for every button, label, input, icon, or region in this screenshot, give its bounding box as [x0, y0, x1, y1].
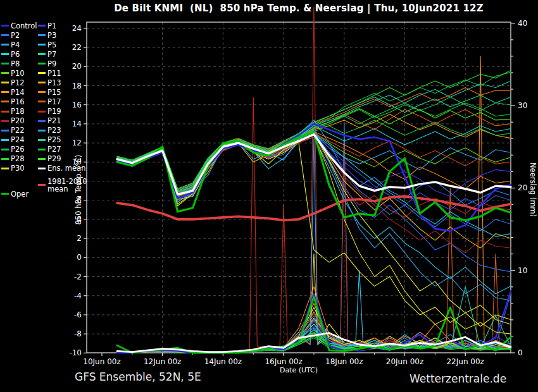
legend-item-p22: P22: [1, 126, 25, 135]
legend-label-climate: 1981-2010 mean: [47, 178, 87, 193]
legend-label-p8: P8: [11, 60, 20, 68]
legend-label-p26: P26: [11, 145, 25, 153]
temp-series-p19: [117, 137, 511, 217]
temp-series-p5: [117, 137, 511, 294]
legend-label-p4: P4: [11, 41, 20, 49]
legend-swatch-p14: [1, 91, 9, 93]
legend-swatch-p18: [1, 111, 9, 113]
precip-series-p9: [117, 336, 511, 353]
legend-swatch-ensmean: [38, 168, 46, 169]
precip-series-p13: [117, 324, 511, 353]
legend-swatch-p7: [38, 53, 46, 55]
temp-series-p14: [117, 114, 511, 193]
legend-swatch-p23: [38, 130, 46, 132]
legend-swatch-p6: [1, 53, 9, 55]
legend-swatch-climate: [38, 184, 46, 186]
precip-series-p6: [117, 330, 511, 353]
precip-series-p26: [117, 334, 511, 353]
plot-frame: [87, 22, 511, 353]
legend-swatch-p20: [1, 120, 9, 122]
temp-tick-label: 0: [77, 253, 82, 262]
temp-series-p30: [117, 135, 511, 325]
legend-item-p2: P2: [1, 30, 20, 40]
precip-series-p28: [117, 336, 511, 353]
legend-label-p5: P5: [47, 41, 56, 49]
precip-series-ensmean: [117, 333, 511, 352]
legend-item-control: Control: [1, 21, 37, 30]
date-tick-label: 10Jun 00z: [83, 357, 120, 366]
temp-series-p7: [117, 95, 511, 189]
legend-swatch-p27: [38, 149, 46, 150]
precip-series-control: [117, 291, 511, 353]
temp-series-p12: [117, 135, 511, 334]
temp-series-p22: [117, 135, 511, 231]
legend-label-p30: P30: [11, 164, 25, 172]
date-tick-label: 20Jun 00z: [386, 357, 423, 366]
legend-label-p11: P11: [47, 70, 61, 77]
precip-series-p16: [117, 312, 511, 353]
legend-swatch-p4: [1, 44, 9, 46]
legend-item-p5: P5: [38, 40, 56, 49]
precip-tick-label: 40: [518, 19, 527, 28]
temp-series-p28: [117, 70, 511, 188]
legend-item-oper: Oper: [1, 189, 28, 199]
precip-series-p17: [117, 188, 511, 353]
legend-item-p20: P20: [1, 116, 25, 126]
legend-label-oper: Oper: [11, 190, 28, 198]
date-tick-label: 12Jun 00z: [144, 357, 181, 366]
legend-swatch-p26: [1, 149, 9, 150]
precip-series-p1: [117, 332, 511, 353]
precip-tick-label: 10: [518, 266, 527, 275]
legend-swatch-p21: [38, 120, 46, 122]
temp-series-p27: [117, 120, 511, 195]
temp-series-p6: [117, 126, 511, 192]
temp-tick-label: -4: [74, 291, 82, 300]
legend-label-p29: P29: [47, 155, 61, 162]
legend-label-p24: P24: [11, 136, 25, 144]
legend-item-p18: P18: [1, 107, 25, 116]
temp-series-p15: [117, 132, 511, 195]
legend-swatch-p16: [1, 101, 9, 102]
legend-swatch-p28: [1, 158, 9, 160]
date-tick-label: 16Jun 00z: [265, 357, 302, 366]
precip-series-p30: [117, 307, 511, 353]
temp-series-p10: [117, 133, 511, 197]
temp-series-p21: [117, 133, 511, 210]
temp-tick-label: -2: [74, 273, 82, 281]
legend-item-p27: P27: [38, 145, 61, 154]
legend: ControlP2P4P6P8P10P12P14P16P18P20P22P24P…: [0, 0, 85, 215]
date-tick-label: 14Jun 00z: [204, 357, 242, 366]
precip-series-p29: [117, 333, 511, 353]
precip-tick-label: 20: [518, 183, 527, 192]
temp-series-p20: [117, 135, 511, 253]
legend-label-p21: P21: [47, 117, 61, 125]
temp-series-p25: [117, 81, 511, 191]
precip-series-p3: [117, 122, 511, 353]
legend-item-p6: P6: [1, 49, 20, 59]
legend-swatch-p15: [38, 91, 46, 93]
footer-site-credit: Wetterzentrale.de: [410, 372, 506, 385]
legend-item-p25: P25: [38, 135, 61, 145]
legend-item-ensmean: Ens. mean: [38, 164, 85, 173]
legend-swatch-oper: [1, 193, 9, 195]
precip-series-p22: [117, 320, 511, 353]
legend-item-p26: P26: [1, 145, 25, 154]
legend-label-p12: P12: [11, 79, 25, 87]
legend-item-p7: P7: [38, 49, 56, 59]
precip-series-p21: [117, 293, 511, 353]
footer-model-info: GFS Ensemble, 52N, 5E: [75, 371, 201, 383]
temp-series-p4: [117, 133, 511, 195]
legend-item-p24: P24: [1, 135, 25, 145]
legend-item-p14: P14: [1, 87, 25, 97]
temp-tick-label: 2: [77, 234, 82, 243]
temp-series-p24: [117, 133, 511, 236]
legend-item-climate: 1981-2010 mean: [38, 180, 87, 190]
temp-series-p18: [117, 133, 511, 197]
legend-item-p8: P8: [1, 59, 20, 68]
temp-series-p29: [117, 109, 511, 192]
legend-swatch-p22: [1, 130, 9, 132]
legend-item-p9: P9: [38, 59, 56, 68]
temp-series-oper: [117, 133, 511, 221]
temp-series-p26: [117, 97, 511, 193]
legend-swatch-p12: [1, 82, 9, 83]
